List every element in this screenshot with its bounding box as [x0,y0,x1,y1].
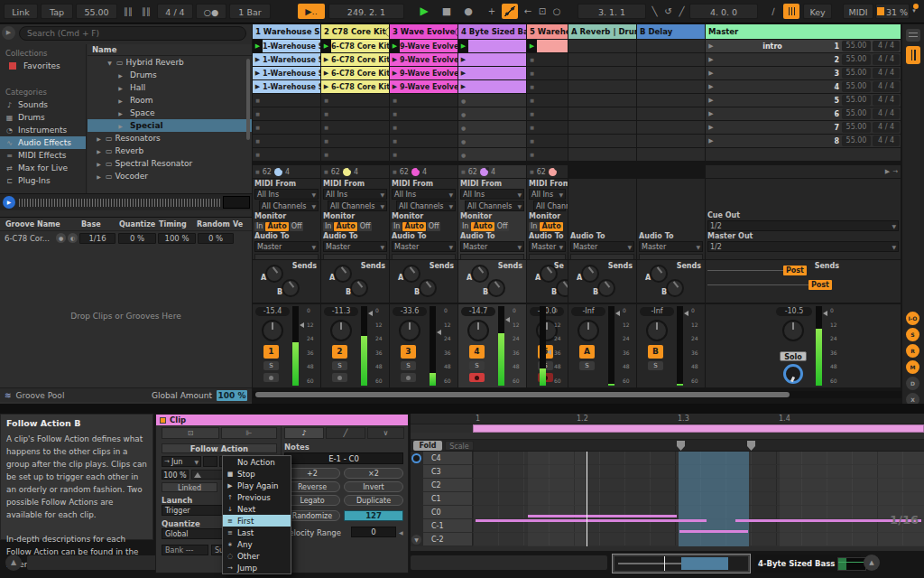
clip-launch-icon[interactable]: ▶ [253,56,263,63]
clip-slot[interactable]: ■ [527,107,568,120]
clip-slot[interactable] [637,121,705,134]
midi-channel-select[interactable]: All Channels▼ [328,200,387,211]
global-groove-amount-field[interactable]: 100 % [217,390,247,401]
clip-slot[interactable]: ■ [253,121,320,134]
groove-row[interactable]: 6-C78 Cor... ● ◐ 1/16 0 % 100 % 0 % [0,231,252,245]
clip-stop-icon[interactable]: ■ [324,169,328,174]
scene-signature-field[interactable]: 4 / 4 [873,95,900,106]
follow-action-a-select[interactable]: → Jun▼ [162,456,201,467]
sidebar-category-item[interactable]: ♪ Sounds [0,98,86,111]
back-to-arrangement-button[interactable]: → [892,168,898,175]
scene-signature-field[interactable]: 4 / 4 [873,68,900,79]
track-menu-icon[interactable]: ▾ [455,27,457,37]
clip-launch-icon[interactable]: ■ [527,152,537,157]
track-menu-icon[interactable]: ▾ [320,27,321,37]
program-bank-field[interactable]: Bank --- [162,545,208,555]
track-header[interactable]: B Delay ▾ [637,24,705,39]
clip-slot[interactable]: ■ [390,107,457,120]
clip-slot[interactable] [568,135,636,147]
tap-tempo-button[interactable]: Tap [41,4,73,19]
send-b-knob[interactable]: B [666,279,684,297]
expand-arrow-icon[interactable]: ▶ [95,135,103,142]
solo-button[interactable]: S [263,361,279,370]
double-tempo-button[interactable]: ×2 [344,468,403,479]
track-activator-button[interactable]: B [648,345,663,359]
session-horizontal-scrollbar[interactable] [255,392,790,397]
send-b-knob[interactable]: B [597,279,615,297]
audio-to-select[interactable]: Master▼ [639,241,703,252]
expand-arrow-icon[interactable]: ▶ [116,85,125,91]
monitor-off-button[interactable]: Off [290,222,304,231]
send-b-knob[interactable]: B [487,279,505,297]
master-volume-fader-handle[interactable] [823,311,827,316]
clip-slot[interactable] [637,94,705,107]
clip-launch-icon[interactable]: ● [458,111,468,117]
pan-knob[interactable] [262,320,283,341]
marker-lane[interactable]: Fold Scale [411,440,924,452]
midi-from-select[interactable]: All Ins▼ [529,189,566,200]
scene-signature-field[interactable]: 4 / 4 [873,108,900,119]
expand-arrow-icon[interactable]: ▼ [106,60,114,66]
clip-slot[interactable]: ▶ 1-Warehouse S [253,40,320,52]
send-b-knob[interactable]: B [556,279,568,297]
volume-fader-handle[interactable] [505,317,510,322]
solo-button[interactable]: S [469,361,485,370]
legato-button[interactable]: Legato [284,495,340,506]
cue-out-select[interactable]: 1/2▼ [707,220,899,231]
monitor-in-button[interactable]: In [254,222,264,231]
clip-stop-icon[interactable]: ■ [461,169,466,174]
menu-item[interactable]: ◌ Other [223,550,291,562]
scrub-area[interactable] [411,433,924,440]
send-a-knob[interactable]: A [334,265,352,283]
groove-commit-icon[interactable]: ◐ [68,233,78,243]
clip-launch-icon[interactable]: ■ [527,70,537,76]
clip-slot[interactable]: ■ [527,67,568,79]
clip-slot[interactable]: ■ [527,94,568,107]
follow-button[interactable]: ▶‥ [298,4,325,19]
scene-launch-icon[interactable]: ▶ [706,124,716,131]
clip-launch-icon[interactable]: ● [458,125,468,131]
tempo-field[interactable]: 55.00 [76,4,117,19]
track-header[interactable]: 3 Wave Evolve ▾ [390,24,457,39]
midi-channel-select[interactable]: All Channels▼ [396,200,456,211]
expand-arrow-icon[interactable]: ▶ [116,72,125,79]
clip-launch-icon[interactable]: ■ [527,125,537,130]
scene-slot[interactable]: ▶ 5 55.00 4 / 4 [706,94,901,107]
scene-launch-icon[interactable]: ▶ [706,110,716,117]
groove-pool-icon[interactable]: ≋ [5,391,12,400]
velocity-range-field[interactable]: 0 [351,527,396,537]
clip-launch-icon[interactable]: ▶ [321,70,331,77]
clip-slot[interactable] [637,80,705,93]
arm-button[interactable] [263,373,279,382]
send-b-knob[interactable]: B [419,279,437,297]
tree-scrollbar[interactable] [246,59,250,140]
clip-overview[interactable] [612,554,751,573]
clip-launch-icon[interactable]: ▶ [321,83,331,90]
clip-view-header[interactable]: Clip [156,415,408,425]
clip-slot[interactable] [637,107,705,120]
track-activator-button[interactable]: 2 [332,345,347,359]
clip-slot[interactable]: ▶ 9-Wave Evolve [390,67,457,79]
more-tab[interactable]: ∨ [367,427,404,439]
clip-slot[interactable]: ▶ 6-C78 Core Kit [321,40,389,52]
link-button[interactable]: Link [4,4,38,19]
clip-slot[interactable]: ● [458,94,526,107]
groove-base-select[interactable]: 1/16 [79,233,116,244]
scale-button[interactable]: Scale [445,441,474,451]
pan-knob[interactable] [330,320,352,341]
clip-launch-icon[interactable]: ▶ [321,56,331,63]
clip-slot[interactable]: ▶ 1-Warehouse S [253,67,320,79]
computer-midi-keyboard-toggle[interactable] [783,4,799,19]
scene-signature-field[interactable]: 4 / 4 [873,135,900,146]
clip-slot[interactable]: ▶ 6-C78 Core Kit [321,53,389,66]
monitor-in-button[interactable]: In [529,222,539,231]
groove-random-field[interactable]: 0 % [198,233,234,244]
volume-fader-handle[interactable] [615,311,620,316]
piano-key[interactable]: C2 [423,479,473,492]
clip-launch-icon[interactable]: ■ [321,98,331,103]
sidebar-category-item[interactable]: ◔ Instruments [0,124,86,136]
midi-map-button[interactable]: MIDI [843,4,873,19]
arrangement-position-field[interactable]: 249. 2. 1 [328,4,404,19]
scene-tempo-field[interactable]: 55.00 [842,95,871,106]
clip-launch-icon[interactable]: ▶ [458,40,468,52]
